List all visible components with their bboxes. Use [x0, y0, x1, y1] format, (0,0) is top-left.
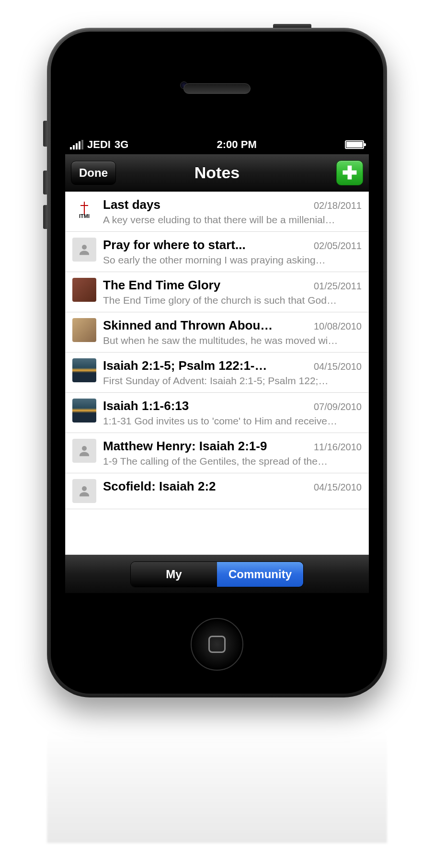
list-item[interactable]: Isaiah 2:1-5; Psalm 122:1-…04/15/2010Fir…	[66, 353, 368, 393]
done-button[interactable]: Done	[71, 161, 116, 185]
item-content: Last days02/18/2011A key verse eluding t…	[103, 197, 362, 226]
segmented-control: My Community	[130, 561, 304, 587]
notes-list[interactable]: ITMILast days02/18/2011A key verse eludi…	[65, 192, 369, 555]
note-title: Matthew Henry: Isaiah 2:1-9	[103, 439, 267, 454]
page-title: Notes	[194, 163, 240, 182]
network-label: 3G	[114, 138, 128, 151]
volume-up-button	[43, 171, 47, 194]
note-title: Pray for where to start...	[103, 238, 246, 252]
note-preview: The End Time glory of the church is such…	[103, 295, 362, 306]
note-title: Isaiah 2:1-5; Psalm 122:1-…	[103, 358, 267, 373]
avatar	[72, 479, 96, 503]
note-preview: 1:1-31 God invites us to 'come' to Him a…	[103, 415, 362, 427]
volume-down-button	[43, 205, 47, 229]
status-time: 2:00 PM	[128, 138, 345, 151]
signal-icon	[70, 140, 83, 149]
item-content: Skinned and Thrown Abou…10/08/2010But wh…	[103, 318, 362, 346]
item-content: Matthew Henry: Isaiah 2:1-911/16/20101-9…	[103, 439, 362, 467]
list-item[interactable]: Isaiah 1:1-6:1307/09/20101:1-31 God invi…	[66, 393, 368, 433]
avatar	[72, 238, 96, 262]
note-title: Isaiah 1:1-6:13	[103, 399, 189, 413]
phone-reflection	[47, 699, 387, 843]
svg-point-5	[82, 486, 87, 491]
tab-community[interactable]: Community	[217, 562, 303, 587]
note-date: 10/08/2010	[314, 321, 362, 332]
home-button[interactable]	[191, 618, 243, 671]
earpiece-speaker	[183, 83, 251, 94]
note-date: 07/09/2010	[314, 401, 362, 412]
status-left: JEDI 3G	[70, 138, 128, 151]
note-preview: First Sunday of Advent: Isaiah 2:1-5; Ps…	[103, 375, 362, 387]
list-item[interactable]: The End Time Glory01/25/2011The End Time…	[66, 272, 368, 312]
list-item[interactable]: Skinned and Thrown Abou…10/08/2010But wh…	[66, 312, 368, 353]
nav-bar: Done Notes ✚	[65, 154, 369, 192]
avatar	[72, 358, 96, 382]
svg-point-3	[82, 245, 87, 250]
note-date: 11/16/2010	[314, 442, 362, 453]
list-item[interactable]: Scofield: Isaiah 2:204/15/2010	[66, 473, 368, 509]
note-date: 04/15/2010	[314, 361, 362, 372]
list-item[interactable]: ITMILast days02/18/2011A key verse eludi…	[66, 192, 368, 232]
note-preview: 1-9 The calling of the Gentiles, the spr…	[103, 456, 362, 467]
note-title: Last days	[103, 197, 160, 212]
list-item[interactable]: Pray for where to start...02/05/2011So e…	[66, 232, 368, 272]
avatar	[72, 399, 96, 423]
mute-switch	[43, 121, 47, 147]
note-preview: So early the other morning I was praying…	[103, 254, 362, 266]
note-title: Scofield: Isaiah 2:2	[103, 479, 216, 494]
avatar	[72, 278, 96, 302]
note-preview: But when he saw the multitudes, he was m…	[103, 335, 362, 346]
home-icon	[208, 636, 226, 653]
item-content: Pray for where to start...02/05/2011So e…	[103, 238, 362, 266]
note-date: 02/18/2011	[314, 200, 362, 211]
svg-text:ITMI: ITMI	[79, 213, 90, 219]
item-content: The End Time Glory01/25/2011The End Time…	[103, 278, 362, 306]
status-bar: JEDI 3G 2:00 PM	[65, 135, 369, 154]
note-date: 04/15/2010	[314, 482, 362, 493]
power-button	[273, 24, 311, 28]
phone-bezel: JEDI 3G 2:00 PM Done Notes ✚ ITMILast da…	[51, 32, 383, 694]
plus-icon: ✚	[342, 162, 357, 183]
note-title: Skinned and Thrown Abou…	[103, 318, 273, 333]
item-content: Isaiah 1:1-6:1307/09/20101:1-31 God invi…	[103, 399, 362, 427]
note-date: 02/05/2011	[314, 240, 362, 251]
tab-my[interactable]: My	[131, 562, 217, 587]
item-content: Isaiah 2:1-5; Psalm 122:1-…04/15/2010Fir…	[103, 358, 362, 387]
screen: JEDI 3G 2:00 PM Done Notes ✚ ITMILast da…	[65, 135, 369, 593]
svg-point-4	[82, 446, 87, 451]
battery-icon	[345, 140, 364, 149]
carrier-label: JEDI	[87, 138, 111, 151]
avatar	[72, 439, 96, 463]
phone-frame: JEDI 3G 2:00 PM Done Notes ✚ ITMILast da…	[47, 28, 387, 697]
note-title: The End Time Glory	[103, 278, 220, 293]
bottom-bar: My Community	[65, 555, 369, 593]
item-content: Scofield: Isaiah 2:204/15/2010	[103, 479, 362, 494]
avatar: ITMI	[72, 197, 96, 221]
list-item[interactable]: Matthew Henry: Isaiah 2:1-911/16/20101-9…	[66, 433, 368, 473]
add-note-button[interactable]: ✚	[336, 160, 363, 185]
note-preview: A key verse eluding to that there will b…	[103, 214, 362, 226]
note-date: 01/25/2011	[314, 281, 362, 292]
avatar	[72, 318, 96, 342]
